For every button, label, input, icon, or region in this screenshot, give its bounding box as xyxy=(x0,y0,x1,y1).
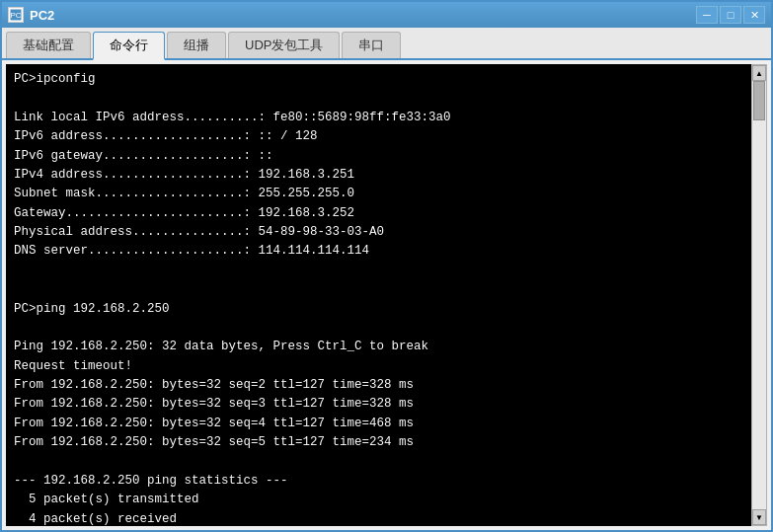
scrollbar: ▲ ▼ xyxy=(751,64,767,526)
scroll-thumb[interactable] xyxy=(753,81,765,120)
tab-serial[interactable]: 串口 xyxy=(342,32,401,58)
title-buttons: ─ □ ✕ xyxy=(696,6,765,24)
tab-bar: 基础配置命令行组播UDP发包工具串口 xyxy=(2,28,771,60)
scroll-track xyxy=(752,81,766,509)
tab-basic[interactable]: 基础配置 xyxy=(6,32,91,58)
minimize-button[interactable]: ─ xyxy=(696,6,718,24)
title-bar-left: PC PC2 xyxy=(8,7,54,23)
content-area: PC>ipconfig Link local IPv6 address.....… xyxy=(2,60,771,530)
window-title: PC2 xyxy=(30,8,54,23)
maximize-button[interactable]: □ xyxy=(720,6,741,24)
window-icon: PC xyxy=(8,7,24,23)
title-bar: PC PC2 ─ □ ✕ xyxy=(2,2,771,28)
terminal-output[interactable]: PC>ipconfig Link local IPv6 address.....… xyxy=(6,64,751,526)
scroll-down-button[interactable]: ▼ xyxy=(752,509,766,525)
close-button[interactable]: ✕ xyxy=(743,6,765,24)
tab-multicast[interactable]: 组播 xyxy=(167,32,226,58)
svg-text:PC: PC xyxy=(10,11,21,20)
window: PC PC2 ─ □ ✕ 基础配置命令行组播UDP发包工具串口 PC>ipcon… xyxy=(0,0,773,532)
tab-udp[interactable]: UDP发包工具 xyxy=(228,32,340,58)
scroll-up-button[interactable]: ▲ xyxy=(752,65,766,81)
tab-command[interactable]: 命令行 xyxy=(93,32,165,60)
